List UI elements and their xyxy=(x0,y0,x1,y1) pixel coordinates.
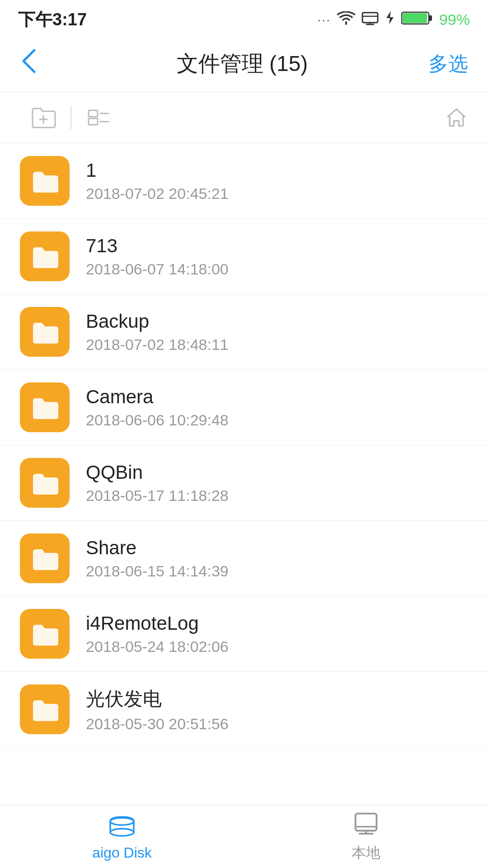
battery-indicator xyxy=(401,10,433,29)
file-info: 713 2018-06-07 14:18:00 xyxy=(86,235,468,278)
list-item[interactable]: 713 2018-06-07 14:18:00 xyxy=(0,219,488,294)
file-name: 光伏发电 xyxy=(86,686,468,712)
folder-icon xyxy=(20,307,70,357)
list-item[interactable]: i4RemoteLog 2018-05-24 18:02:06 xyxy=(0,596,488,672)
file-date: 2018-07-02 18:48:11 xyxy=(86,336,468,354)
status-icons: ··· xyxy=(318,10,470,29)
new-folder-button[interactable] xyxy=(20,101,67,134)
back-button[interactable] xyxy=(20,47,56,81)
list-item[interactable]: 1 2018-07-02 20:45:21 xyxy=(0,143,488,219)
file-date: 2018-05-30 20:51:56 xyxy=(86,715,468,733)
file-name: Backup xyxy=(86,311,468,332)
list-item[interactable]: Backup 2018-07-02 18:48:11 xyxy=(0,294,488,370)
file-date: 2018-05-24 18:02:06 xyxy=(86,638,468,656)
multiselect-button[interactable]: 多选 xyxy=(428,51,468,77)
toolbar-left xyxy=(20,101,122,134)
folder-icon xyxy=(20,156,70,206)
file-name: QQBin xyxy=(86,462,468,483)
file-info: Backup 2018-07-02 18:48:11 xyxy=(86,311,468,354)
tab-bar: aigo Disk 本地 xyxy=(0,805,488,868)
folder-icon xyxy=(20,533,70,583)
list-item[interactable]: 光伏发电 2018-05-30 20:51:56 xyxy=(0,672,488,747)
folder-icon xyxy=(20,609,70,659)
list-item[interactable]: Share 2018-06-15 14:14:39 xyxy=(0,521,488,596)
folder-icon xyxy=(20,231,70,281)
status-bar: 下午3:17 ··· xyxy=(0,0,488,36)
file-info: Share 2018-06-15 14:14:39 xyxy=(86,537,468,580)
bolt-icon xyxy=(385,10,395,29)
toolbar xyxy=(0,92,488,143)
list-item[interactable]: Camera 2018-06-06 10:29:48 xyxy=(0,370,488,445)
file-info: 1 2018-07-02 20:45:21 xyxy=(86,160,468,203)
svg-rect-15 xyxy=(356,813,377,830)
list-item[interactable]: QQBin 2018-05-17 11:18:28 xyxy=(0,445,488,521)
svg-rect-6 xyxy=(403,13,427,23)
svg-point-14 xyxy=(110,818,134,825)
status-time: 下午3:17 xyxy=(18,8,87,31)
svg-rect-0 xyxy=(362,13,378,23)
file-info: Camera 2018-06-06 10:29:48 xyxy=(86,386,468,429)
file-name: 713 xyxy=(86,235,468,257)
file-date: 2018-06-07 14:18:00 xyxy=(86,260,468,278)
file-name: i4RemoteLog xyxy=(86,613,468,634)
folder-icon xyxy=(20,382,70,432)
aigo-disk-label: aigo Disk xyxy=(92,844,152,861)
svg-rect-10 xyxy=(89,118,98,125)
folder-icon xyxy=(20,458,70,508)
svg-rect-5 xyxy=(429,15,432,21)
file-date: 2018-06-06 10:29:48 xyxy=(86,411,468,429)
file-date: 2018-06-15 14:14:39 xyxy=(86,562,468,580)
folder-icon xyxy=(20,684,70,734)
home-button[interactable] xyxy=(445,106,468,129)
tab-local[interactable]: 本地 xyxy=(244,811,488,863)
page-title: 文件管理 (15) xyxy=(177,49,308,78)
wifi-icon xyxy=(337,11,355,28)
file-date: 2018-07-02 20:45:21 xyxy=(86,185,468,203)
battery-percent: 99% xyxy=(439,11,470,28)
screen-icon xyxy=(361,10,379,29)
file-name: 1 xyxy=(86,160,468,181)
tab-aigo-disk[interactable]: aigo Disk xyxy=(0,812,244,861)
signal-dots-icon: ··· xyxy=(318,13,331,27)
header: 文件管理 (15) 多选 xyxy=(0,36,488,92)
file-info: i4RemoteLog 2018-05-24 18:02:06 xyxy=(86,613,468,656)
file-name: Camera xyxy=(86,386,468,408)
local-icon xyxy=(352,811,380,840)
file-date: 2018-05-17 11:18:28 xyxy=(86,487,468,505)
toolbar-divider xyxy=(70,106,71,129)
list-view-button[interactable] xyxy=(75,101,122,134)
file-list: 1 2018-07-02 20:45:21 713 2018-06-07 14:… xyxy=(0,143,488,747)
file-name: Share xyxy=(86,537,468,559)
aigo-disk-icon xyxy=(108,812,136,841)
local-label: 本地 xyxy=(352,843,380,863)
file-info: QQBin 2018-05-17 11:18:28 xyxy=(86,462,468,505)
file-info: 光伏发电 2018-05-30 20:51:56 xyxy=(86,686,468,733)
svg-point-13 xyxy=(110,829,134,836)
svg-rect-9 xyxy=(89,110,98,117)
